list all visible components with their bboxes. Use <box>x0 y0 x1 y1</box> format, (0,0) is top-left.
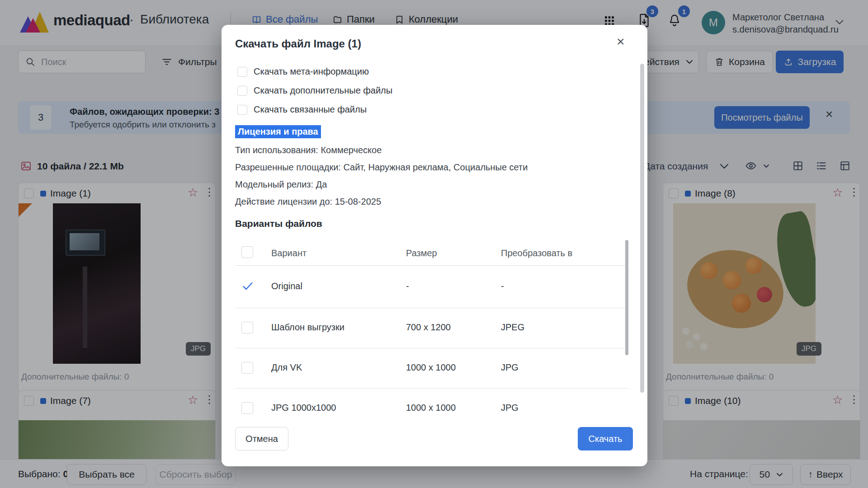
library-page: mediaquad · Библиотека Все файлы Папки К… <box>0 0 868 488</box>
download-button[interactable]: Скачать <box>578 427 633 450</box>
additional-checkbox-label: Скачать дополнительные файлы <box>254 85 392 96</box>
license-allowed-platforms: Разрешенные площадки: Сайт, Наружная рек… <box>235 162 528 173</box>
variants-select-all-checkbox[interactable] <box>241 246 253 258</box>
option-row-additional[interactable]: Скачать дополнительные файлы <box>237 85 392 96</box>
additional-checkbox[interactable] <box>237 86 247 96</box>
license-heading: Лицензия и права <box>235 125 321 138</box>
variant-name: Для VK <box>271 362 302 373</box>
variant-checkbox[interactable] <box>241 402 253 414</box>
checkmark-icon[interactable] <box>241 280 254 292</box>
variant-convert: - <box>501 281 504 291</box>
cancel-label: Отмена <box>245 434 278 444</box>
download-modal: Скачать файл Image (1) × Скачать мета-ин… <box>222 25 647 466</box>
variant-convert: JPG <box>501 362 519 373</box>
license-usage-type: Тип использования: Коммерческое <box>235 145 382 155</box>
column-size: Размер <box>406 248 437 258</box>
row-divider <box>235 308 628 308</box>
license-model-release: Модельный релиз: Да <box>235 179 327 190</box>
column-variant: Вариант <box>271 248 307 258</box>
variant-name: Шаблон выгрузки <box>271 322 344 333</box>
meta-checkbox[interactable] <box>237 67 247 77</box>
table-scrollbar[interactable] <box>625 240 628 355</box>
row-divider <box>235 348 628 348</box>
option-row-linked[interactable]: Скачать связанные файлы <box>237 104 367 115</box>
variant-name: JPG 1000x1000 <box>271 403 336 413</box>
variant-checkbox[interactable] <box>241 322 253 333</box>
linked-checkbox-label: Скачать связанные файлы <box>254 104 367 115</box>
column-convert: Преобразовать в <box>501 248 572 258</box>
variant-size: 1000 x 1000 <box>406 362 456 373</box>
variant-name: Original <box>271 281 302 291</box>
variants-heading: Варианты файлов <box>235 218 322 229</box>
table-divider <box>235 265 628 266</box>
linked-checkbox[interactable] <box>237 105 247 115</box>
row-divider <box>235 388 628 389</box>
download-label: Скачать <box>589 434 623 444</box>
variant-size: 1000 x 1000 <box>406 403 456 413</box>
variant-convert: JPEG <box>501 322 524 333</box>
modal-title: Скачать файл Image (1) <box>235 38 361 50</box>
license-valid-until: Действие лицензии до: 15-08-2025 <box>235 197 381 207</box>
modal-scrollbar[interactable] <box>640 64 644 393</box>
option-row-meta[interactable]: Скачать мета-информацию <box>237 66 369 77</box>
variant-convert: JPG <box>501 403 519 413</box>
meta-checkbox-label: Скачать мета-информацию <box>254 66 369 77</box>
modal-close-icon[interactable]: × <box>617 35 625 48</box>
cancel-button[interactable]: Отмена <box>235 427 288 450</box>
variant-checkbox[interactable] <box>241 362 253 374</box>
variant-size: - <box>406 281 409 291</box>
variant-size: 700 x 1200 <box>406 322 451 333</box>
